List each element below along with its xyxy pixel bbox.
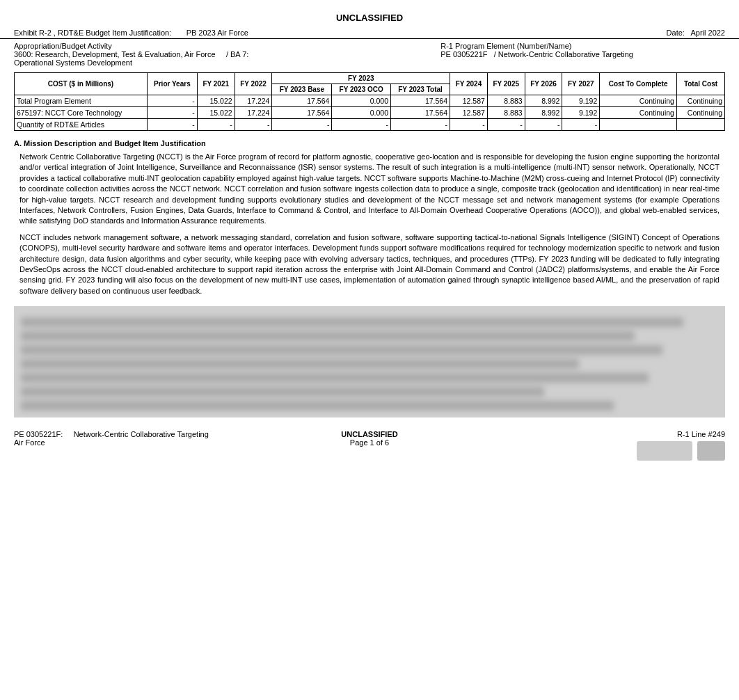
ops-label: Operational Systems Development: [14, 58, 440, 67]
table-cell: Continuing: [676, 95, 724, 107]
table-row: Total Program Element-15.02217.22417.564…: [15, 95, 725, 107]
col-fy2023-oco: FY 2023 OCO: [332, 84, 391, 95]
cost-table: COST ($ in Millions) Prior Years FY 2021…: [14, 72, 725, 131]
table-cell: -: [147, 119, 197, 131]
section-a-paragraph1: Network Centric Collaborative Targeting …: [0, 150, 739, 228]
col-prior-years: Prior Years: [147, 73, 197, 95]
col-fy2027: FY 2027: [562, 73, 600, 95]
table-cell: 17.224: [235, 107, 272, 119]
table-cell: -: [147, 95, 197, 107]
exhibit-header: Exhibit R-2 , RDT&E Budget Item Justific…: [0, 27, 739, 39]
ba-label: / BA 7:: [226, 50, 248, 58]
appropriation-value: 3600: Research, Development, Test & Eval…: [14, 50, 440, 58]
table-row: 675197: NCCT Core Technology-15.02217.22…: [15, 107, 725, 119]
table-cell: 17.564: [272, 95, 332, 107]
table-cell: [676, 119, 724, 131]
classification-top: UNCLASSIFIED: [0, 7, 739, 27]
table-cell: -: [391, 119, 450, 131]
footer-service: Air Force: [14, 438, 251, 447]
footer-logo-area: [488, 441, 725, 461]
page-footer: PE 0305221F: Network-Centric Collaborati…: [0, 424, 739, 463]
blurred-section: [14, 306, 725, 417]
date-label: Date:: [667, 29, 685, 37]
date-value: April 2022: [690, 29, 725, 37]
table-cell: -: [332, 119, 391, 131]
table-cell: 8.883: [487, 107, 525, 119]
table-cell: -: [272, 119, 332, 131]
r1-value: PE 0305221F / Network-Centric Collaborat…: [440, 50, 725, 58]
table-cell: -: [147, 107, 197, 119]
footer-r1-line: R-1 Line #249: [488, 430, 725, 438]
table-cell: 17.564: [391, 107, 450, 119]
col-fy2023-total: FY 2023 Total: [391, 84, 450, 95]
table-cell: Continuing: [600, 95, 677, 107]
appropriation-label: Appropriation/Budget Activity: [14, 42, 440, 50]
footer-classification: UNCLASSIFIED: [251, 430, 488, 438]
table-cell: -: [562, 119, 600, 131]
table-cell: Total Program Element: [15, 95, 148, 107]
section-a-paragraph2: NCCT includes network management softwar…: [0, 228, 739, 299]
col-total-cost: Total Cost: [676, 73, 724, 95]
table-cell: 675197: NCCT Core Technology: [15, 107, 148, 119]
exhibit-label: Exhibit R-2: [14, 29, 51, 37]
table-cell: 17.564: [391, 95, 450, 107]
table-cell: 9.192: [562, 95, 600, 107]
col-fy2026: FY 2026: [525, 73, 562, 95]
table-cell: 0.000: [332, 95, 391, 107]
col-fy2024: FY 2024: [450, 73, 488, 95]
appropriation-text: 3600: Research, Development, Test & Eval…: [14, 50, 216, 58]
footer-stamp: [697, 441, 725, 461]
footer-pe: PE 0305221F: Network-Centric Collaborati…: [14, 430, 251, 438]
footer-left: PE 0305221F: Network-Centric Collaborati…: [14, 430, 251, 447]
table-cell: Continuing: [600, 107, 677, 119]
classification-top-text: UNCLASSIFIED: [336, 13, 403, 23]
table-cell: Quantity of RDT&E Articles: [15, 119, 148, 131]
table-cell: 9.192: [562, 107, 600, 119]
table-cell: 0.000: [332, 107, 391, 119]
col-fy2023-base: FY 2023 Base: [272, 84, 332, 95]
appropriation-info: Appropriation/Budget Activity 3600: Rese…: [14, 42, 440, 67]
table-cell: -: [525, 119, 562, 131]
table-cell: 8.992: [525, 95, 562, 107]
table-cell: [600, 119, 677, 131]
r1-name: / Network-Centric Collaborative Targetin…: [494, 50, 633, 58]
col-fy2023-group: FY 2023: [272, 73, 450, 84]
table-cell: 15.022: [197, 107, 235, 119]
table-cell: 8.883: [487, 95, 525, 107]
footer-right: R-1 Line #249: [488, 430, 725, 461]
table-cell: -: [197, 119, 235, 131]
table-cell: Continuing: [676, 107, 724, 119]
section-a-title: A. Mission Description and Budget Item J…: [0, 134, 739, 150]
col-cost-header: COST ($ in Millions): [15, 73, 148, 95]
table-cell: 8.992: [525, 107, 562, 119]
r1-info: R-1 Program Element (Number/Name) PE 030…: [440, 42, 725, 67]
table-cell: -: [450, 119, 488, 131]
footer-logo: [637, 441, 692, 461]
r1-label: R-1 Program Element (Number/Name): [440, 42, 725, 50]
table-cell: 17.224: [235, 95, 272, 107]
pb-label: PB 2023 Air Force: [186, 29, 248, 37]
table-row: Quantity of RDT&E Articles----------: [15, 119, 725, 131]
table-cell: -: [487, 119, 525, 131]
table-cell: 17.564: [272, 107, 332, 119]
appropriation-header: Appropriation/Budget Activity 3600: Rese…: [0, 40, 739, 70]
table-cell: 12.587: [450, 95, 488, 107]
col-fy2022: FY 2022: [235, 73, 272, 95]
r1-number: PE 0305221F: [440, 50, 487, 58]
col-fy2025: FY 2025: [487, 73, 525, 95]
footer-page: Page 1 of 6: [251, 438, 488, 447]
exhibit-desc: , RDT&E Budget Item Justification:: [54, 29, 171, 37]
col-cost-to-complete: Cost To Complete: [600, 73, 677, 95]
table-cell: -: [235, 119, 272, 131]
footer-center: UNCLASSIFIED Page 1 of 6: [251, 430, 488, 447]
table-cell: 12.587: [450, 107, 488, 119]
exhibit-info: Exhibit R-2 , RDT&E Budget Item Justific…: [14, 29, 440, 37]
page-container: UNCLASSIFIED Exhibit R-2 , RDT&E Budget …: [0, 0, 739, 700]
table-cell: 15.022: [197, 95, 235, 107]
col-fy2021: FY 2021: [197, 73, 235, 95]
date-info: Date: April 2022: [440, 29, 725, 37]
